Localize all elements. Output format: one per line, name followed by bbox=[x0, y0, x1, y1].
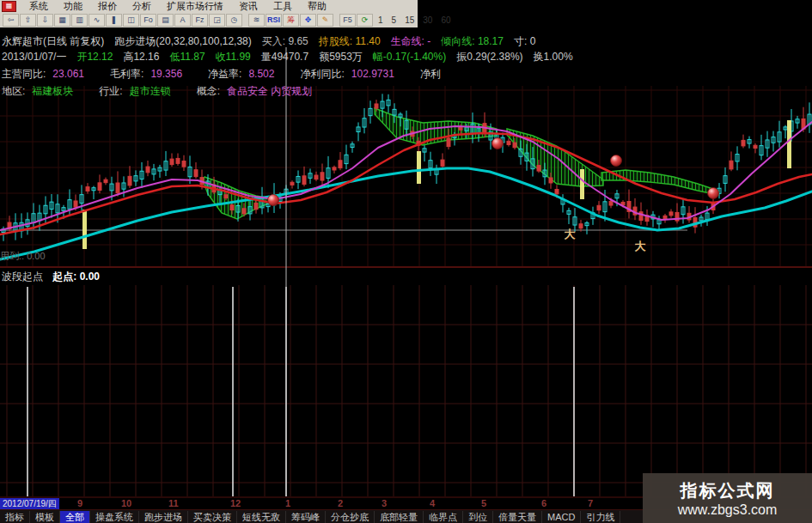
price-amplitude: 振0.29(2.38%) bbox=[456, 51, 522, 63]
refresh-icon[interactable]: ⟳ bbox=[357, 14, 373, 27]
month-label-6: 6 bbox=[541, 498, 546, 509]
candle-body bbox=[254, 203, 258, 209]
menu-item-7[interactable]: 帮助 bbox=[300, 0, 334, 13]
candle-body bbox=[555, 189, 559, 193]
candle-body bbox=[224, 195, 228, 198]
tab-2[interactable]: 全部 bbox=[60, 511, 90, 523]
highlight-bar bbox=[787, 120, 791, 168]
back-icon[interactable]: ⇦ bbox=[3, 14, 19, 27]
candle-body bbox=[447, 138, 450, 147]
current-date-label: 2012/07/19/四 bbox=[0, 498, 59, 509]
menu-item-4[interactable]: 扩展市场行情 bbox=[159, 0, 231, 13]
minute-chart-icon[interactable]: ◫ bbox=[123, 14, 139, 27]
period-button-60[interactable]: 60 bbox=[437, 15, 455, 25]
chip-icon[interactable]: 筹 bbox=[283, 14, 299, 27]
life-line-value: 生命线: - bbox=[391, 35, 431, 47]
notes-icon[interactable]: ▤ bbox=[157, 14, 174, 27]
tab-10[interactable]: 临界点 bbox=[424, 511, 463, 523]
quote-list-icon[interactable]: ▥ bbox=[71, 14, 88, 27]
wave-icon[interactable]: ≋ bbox=[248, 14, 265, 27]
tab-4[interactable]: 跑步进场 bbox=[139, 511, 188, 523]
candle-body bbox=[290, 182, 294, 185]
candle-body bbox=[74, 201, 77, 207]
watermark-url: www.zbgs3.com bbox=[678, 502, 778, 518]
candle-body bbox=[441, 160, 444, 166]
clipped-indicator-label: 用到.. 0.00 bbox=[0, 250, 46, 263]
tab-6[interactable]: 短线无敌 bbox=[237, 511, 286, 523]
tab-14[interactable]: 引力线 bbox=[581, 511, 620, 523]
candle-body bbox=[176, 158, 180, 163]
tab-7[interactable]: 筹码峰 bbox=[286, 511, 326, 523]
rsi-icon[interactable]: RSI bbox=[266, 14, 282, 27]
month-label-10: 10 bbox=[121, 498, 131, 509]
market-icon[interactable]: ◲ bbox=[209, 14, 225, 27]
up-icon[interactable]: ⇧ bbox=[20, 14, 36, 27]
candle-body bbox=[549, 178, 553, 183]
month-label-3: 3 bbox=[382, 498, 387, 509]
menu-item-3[interactable]: 分析 bbox=[125, 0, 159, 13]
tab-13[interactable]: MACD bbox=[542, 511, 581, 523]
period-button-15[interactable]: 15 bbox=[400, 15, 418, 25]
menu-item-6[interactable]: 工具 bbox=[266, 0, 300, 13]
tab-3[interactable]: 操盘系统 bbox=[90, 511, 139, 523]
tab-8[interactable]: 分仓抄底 bbox=[326, 511, 375, 523]
clock-icon[interactable]: ◷ bbox=[226, 14, 242, 27]
down-icon[interactable]: ⇩ bbox=[37, 14, 53, 27]
highlight-bar bbox=[580, 169, 584, 199]
menu-item-2[interactable]: 报价 bbox=[90, 0, 125, 13]
highlight-bar bbox=[82, 210, 87, 249]
candle-body bbox=[242, 209, 246, 214]
candle-body bbox=[314, 175, 318, 179]
f5-icon[interactable]: F5 bbox=[339, 14, 356, 27]
month-label-2: 2 bbox=[338, 498, 343, 509]
menu-item-1[interactable]: 功能 bbox=[56, 0, 90, 13]
price-high: 高12.16 bbox=[123, 51, 159, 63]
buy-value: 买入: 9.65 bbox=[262, 35, 308, 47]
price-close: 收11.99 bbox=[216, 51, 251, 63]
stock-info-bar: 永辉超市(日线 前复权)跑步进场(20,32,80,100,12,38)买入: … bbox=[2, 34, 546, 49]
app-logo-icon: ▦ bbox=[2, 1, 16, 12]
kline-chart-icon[interactable]: ❚ bbox=[106, 14, 122, 27]
candle-body bbox=[742, 140, 745, 146]
tab-0[interactable]: 指标 bbox=[0, 511, 30, 523]
period-button-1[interactable]: 1 bbox=[374, 15, 388, 25]
candle-body bbox=[104, 179, 107, 182]
price-change: 幅-0.17(-1.40%) bbox=[373, 51, 446, 63]
month-label-11: 11 bbox=[168, 498, 179, 509]
candle-body bbox=[333, 167, 336, 170]
signal-ball bbox=[708, 188, 719, 199]
trend-chart-icon[interactable]: ∿ bbox=[89, 14, 105, 27]
candle-body bbox=[609, 201, 613, 205]
signal-text: 大 bbox=[635, 240, 647, 252]
tab-12[interactable]: 倍量天量 bbox=[493, 511, 542, 523]
tab-11[interactable]: 到位 bbox=[463, 511, 493, 523]
move-icon[interactable]: ✥ bbox=[300, 14, 316, 27]
period-button-30[interactable]: 30 bbox=[418, 15, 437, 25]
tab-1[interactable]: 模板 bbox=[30, 511, 60, 523]
candle-body bbox=[230, 205, 234, 210]
candle-body bbox=[537, 166, 540, 171]
price-amount: 额5953万 bbox=[319, 51, 363, 63]
draw-line-icon[interactable]: ✎ bbox=[317, 14, 333, 27]
tab-9[interactable]: 底部轻量 bbox=[375, 511, 424, 523]
report-board-icon[interactable]: ▦ bbox=[54, 14, 70, 27]
stock-title: 永辉超市(日线 前复权) bbox=[2, 35, 104, 47]
warning-icon[interactable]: A bbox=[174, 14, 191, 27]
tab-5[interactable]: 买卖决策 bbox=[188, 511, 237, 523]
trend-line-value: 倾向线: 18.17 bbox=[441, 35, 504, 47]
menu-item-0[interactable]: 系统 bbox=[21, 0, 56, 13]
period-button-5[interactable]: 5 bbox=[388, 15, 401, 25]
profile-label-2: 概念: bbox=[197, 85, 220, 97]
highlight-bar bbox=[417, 151, 421, 184]
month-label-9: 9 bbox=[77, 498, 82, 509]
profile-label-0: 地区: bbox=[2, 85, 25, 97]
candle-body bbox=[194, 170, 198, 177]
candle-body bbox=[754, 145, 757, 148]
f10-info-icon[interactable]: Fo bbox=[140, 14, 156, 27]
candle-body bbox=[375, 104, 378, 108]
signal-ball bbox=[611, 155, 622, 167]
menu-item-5[interactable]: 资讯 bbox=[231, 0, 266, 13]
menu-bar: ▦ 系统功能报价分析扩展市场行情资讯工具帮助 bbox=[0, 0, 418, 13]
month-label-1: 1 bbox=[285, 498, 290, 509]
formula-icon[interactable]: Fz bbox=[192, 14, 208, 27]
